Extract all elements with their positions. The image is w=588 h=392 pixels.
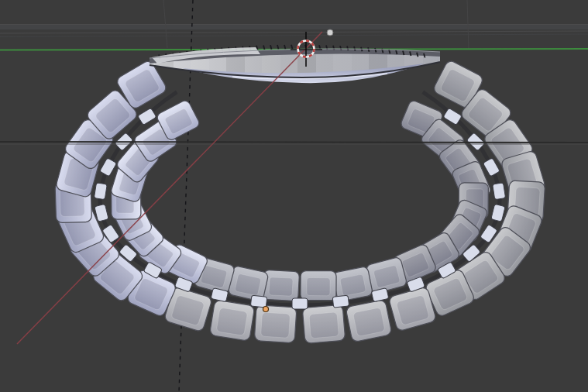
link-connector-tab	[250, 295, 266, 308]
floor-line	[0, 142, 588, 143]
empty-object-dot[interactable]	[327, 29, 333, 36]
viewport-canvas[interactable]	[0, 0, 588, 392]
link-connector-tab	[493, 183, 506, 200]
3d-viewport[interactable]	[0, 0, 588, 392]
link-connector-tab	[94, 183, 107, 200]
bracelet-link-outer	[346, 299, 392, 342]
link-connector-tab	[292, 298, 308, 309]
bracelet-link-inner	[263, 270, 300, 301]
horizon-band	[0, 24, 588, 29]
object-origin-dot[interactable]	[263, 307, 269, 312]
bracelet-link-outer	[302, 304, 346, 343]
bracelet-link-outer	[209, 300, 255, 342]
bracelet-link-inner	[301, 271, 336, 301]
bracelet-link-outer	[254, 305, 297, 343]
link-connector-tab	[332, 295, 349, 308]
